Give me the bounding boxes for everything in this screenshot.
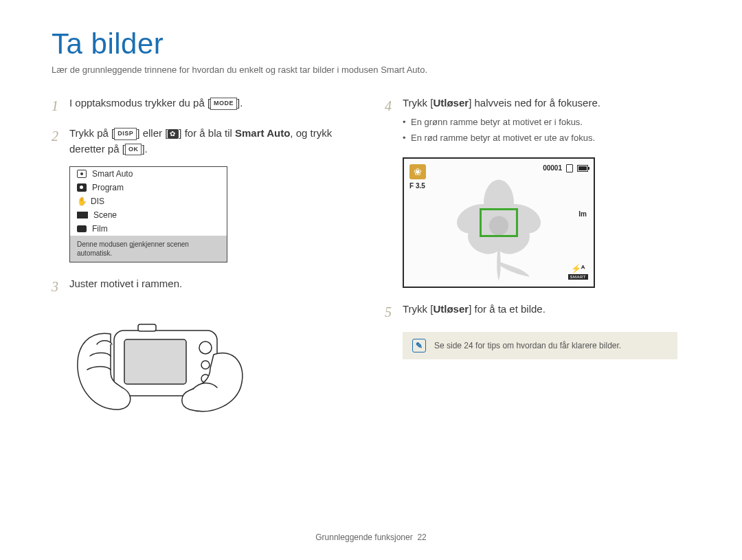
right-column: 4 Trykk [Utløser] halvveis ned for å fok… xyxy=(385,96,690,426)
step-number: 1 xyxy=(52,96,63,116)
mode-label: DIS xyxy=(91,197,104,206)
step-number: 5 xyxy=(385,302,396,322)
battery-icon xyxy=(577,165,588,172)
mode-item-dis: ✋ DIS xyxy=(70,194,227,208)
step-2-t5: ]. xyxy=(142,143,147,155)
mode-label: Smart Auto xyxy=(92,169,133,179)
page-title: Ta bilder xyxy=(52,27,690,60)
smart-mode-label: SMART xyxy=(568,274,588,280)
tip-box: ✎ Se side 24 for tips om hvordan du får … xyxy=(403,332,677,359)
mode-menu-description: Denne modusen gjenkjenner scenen automat… xyxy=(70,236,227,262)
step-1-text-after: ]. xyxy=(237,97,243,109)
aperture-value: F 3.5 xyxy=(409,182,425,190)
step-1: 1 I opptaksmodus trykker du på [MODE]. xyxy=(52,96,357,116)
sd-card-icon xyxy=(566,164,573,172)
camera-hands-illustration xyxy=(69,306,357,426)
smart-auto-icon xyxy=(77,170,87,178)
step-2-t2: ] eller [ xyxy=(137,127,168,139)
tip-text: Se side 24 for tips om hvordan du får kl… xyxy=(434,341,621,350)
mode-item-smart-auto: Smart Auto xyxy=(70,167,227,181)
step-2-t1: Trykk på [ xyxy=(69,127,114,139)
dis-hand-icon: ✋ xyxy=(77,197,85,206)
step-5-t1: Trykk [ xyxy=(403,303,433,315)
step-5-bold: Utløser xyxy=(433,303,469,315)
mode-label: Program xyxy=(92,183,124,192)
page-footer: Grunnleggende funksjoner 22 xyxy=(0,533,742,542)
image-size-indicator: Im xyxy=(578,210,587,218)
step-5-t2: ] for å ta et bilde. xyxy=(469,303,546,315)
lcd-preview: ❀ F 3.5 00001 Im ⚡ᴬ SMART xyxy=(403,157,595,288)
flash-auto-icon: ⚡ᴬ xyxy=(571,264,585,273)
bullet-green-frame: En grønn ramme betyr at motivet er i fok… xyxy=(403,115,690,129)
step-2: 2 Trykk på [DISP] eller [] for å bla til… xyxy=(52,126,357,157)
step-5: 5 Trykk [Utløser] for å ta et bilde. xyxy=(385,302,690,322)
macro-mode-icon: ❀ xyxy=(409,164,426,179)
disp-button-label: DISP xyxy=(114,128,137,140)
film-icon xyxy=(77,225,87,232)
program-icon xyxy=(77,183,87,192)
step-1-text-before: I opptaksmodus trykker du på [ xyxy=(69,97,210,109)
svg-point-3 xyxy=(201,361,210,369)
page-subtitle: Lær de grunnleggende trinnene for hvorda… xyxy=(52,65,690,75)
mode-item-scene: Scene xyxy=(70,208,227,222)
step-number: 2 xyxy=(52,126,63,146)
mode-label: Scene xyxy=(93,210,117,220)
mode-button-label: MODE xyxy=(210,98,237,110)
tip-info-icon: ✎ xyxy=(412,339,426,352)
step-4-t2: ] halvveis ned for å fokusere. xyxy=(469,97,600,109)
macro-flower-icon xyxy=(168,129,179,139)
step-number: 3 xyxy=(52,276,63,297)
focus-frame xyxy=(480,208,518,237)
step-4: 4 Trykk [Utløser] halvveis ned for å fok… xyxy=(385,96,690,148)
step-2-bold: Smart Auto xyxy=(235,127,290,139)
mode-label: Film xyxy=(92,224,108,234)
step-3-text: Juster motivet i rammen. xyxy=(69,276,357,292)
mode-menu: Smart Auto Program ✋ DIS Scene Film Denn… xyxy=(69,166,227,262)
step-number: 4 xyxy=(385,96,396,116)
step-4-t1: Trykk [ xyxy=(403,97,433,109)
mode-item-program: Program xyxy=(70,181,227,194)
bullet-red-frame: En rød ramme betyr at motivet er ute av … xyxy=(403,131,690,145)
scene-icon xyxy=(77,212,88,219)
footer-section-label: Grunnleggende funksjoner xyxy=(315,533,412,542)
svg-rect-1 xyxy=(124,339,186,384)
step-4-bold: Utløser xyxy=(433,97,469,109)
ok-button-label: OK xyxy=(125,144,142,156)
footer-page-number: 22 xyxy=(417,533,426,542)
svg-point-2 xyxy=(199,341,212,354)
svg-rect-5 xyxy=(138,324,156,331)
step-2-t3: ] for å bla til xyxy=(179,127,235,139)
left-column: 1 I opptaksmodus trykker du på [MODE]. 2… xyxy=(52,96,357,426)
mode-item-film: Film xyxy=(70,222,227,236)
step-3: 3 Juster motivet i rammen. xyxy=(52,276,357,297)
